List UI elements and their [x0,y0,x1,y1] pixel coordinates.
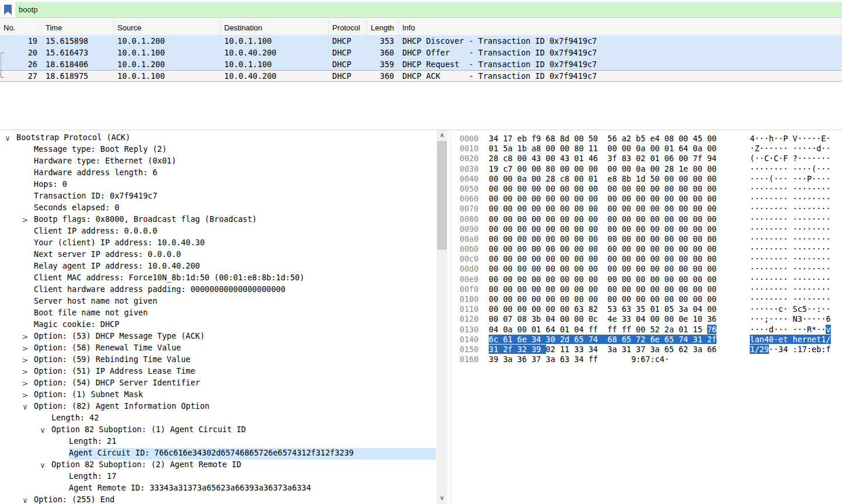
pane-splitter[interactable] [450,130,450,504]
hex-bytes[interactable]: 00 00 00 00 00 00 00 00 00 00 00 00 00 0… [489,294,716,304]
hex-bytes[interactable]: 00 00 00 00 00 00 63 82 53 63 35 01 05 3… [489,304,716,314]
column-header-no[interactable]: No. [0,20,42,35]
hex-bytes[interactable]: 00 00 00 00 00 00 00 00 00 00 00 00 00 0… [489,234,716,244]
packet-row[interactable]: 2015.61647310.0.1.10010.0.40.200DHCP360D… [0,47,842,58]
detail-tree-row[interactable]: ∨Option 82 Suboption: (1) Agent Circuit … [0,425,436,436]
detail-tree-row[interactable]: Agent Remote ID: 33343a31373a65623a66393… [0,483,436,495]
hex-line[interactable]: 006000 00 00 00 00 00 00 00 00 00 00 00 … [453,194,842,204]
hex-ascii[interactable]: ·Z······ ·····d·· [750,144,830,154]
hex-line[interactable]: 004000 00 0a 00 28 c8 00 01 e8 8b 1d 50 … [453,174,842,184]
hex-bytes[interactable]: 00 00 00 00 00 00 00 00 00 00 00 00 00 0… [489,194,716,204]
detail-tree-row[interactable]: Message type: Boot Reply (2) [0,144,436,156]
hex-bytes[interactable]: 00 07 08 3b 04 00 00 0c 4e 33 04 00 00 0… [489,314,716,324]
hex-bytes[interactable]: 39 3a 36 37 3a 63 34 ff [489,354,598,364]
detail-tree-row[interactable]: Hardware type: Ethernet (0x01) [0,156,436,168]
hex-line[interactable]: 00b000 00 00 00 00 00 00 00 00 00 00 00 … [453,244,842,254]
hex-line[interactable]: 009000 00 00 00 00 00 00 00 00 00 00 00 … [453,224,842,234]
hex-ascii[interactable]: 1/29··34 :17:eb:f [750,345,830,354]
hex-ascii[interactable]: ········ ········ [750,204,830,214]
chevron-down-icon[interactable]: ∨ [37,460,48,471]
detail-tree-row[interactable]: >Option: (1) Subnet Mask [0,390,436,401]
hex-ascii[interactable]: 9:67:c4· [631,354,674,364]
chevron-right-icon[interactable]: > [20,366,30,378]
chevron-right-icon[interactable]: > [20,390,30,401]
detail-scrollbar[interactable]: ∧ ∨ [437,130,447,504]
hex-bytes[interactable]: 00 00 00 00 00 00 00 00 00 00 00 00 00 0… [489,204,716,214]
hex-bytes[interactable]: 00 00 0a 00 28 c8 00 01 e8 8b 1d 50 00 0… [489,174,716,184]
hex-line[interactable]: 001001 5a 1b a8 00 00 80 11 00 00 0a 00 … [453,144,842,154]
hex-ascii[interactable]: ········ ········ [750,194,830,204]
hex-line[interactable]: 012000 07 08 3b 04 00 00 0c 4e 33 04 00 … [453,314,842,324]
detail-tree-row[interactable]: Seconds elapsed: 0 [0,203,436,214]
hex-bytes[interactable]: 00 00 00 00 00 00 00 00 00 00 00 00 00 0… [489,254,716,264]
chevron-down-icon[interactable]: ∨ [2,133,13,144]
hex-ascii[interactable]: 4···h··P V·····E· [750,134,830,144]
hex-ascii[interactable]: ······c· Sc5··:·· [750,304,830,314]
hex-line[interactable]: 007000 00 00 00 00 00 00 00 00 00 00 00 … [453,204,842,214]
chevron-down-icon[interactable]: ∨ [20,495,30,504]
scroll-down-icon[interactable]: ∨ [437,493,447,503]
hex-bytes[interactable]: 00 00 00 00 00 00 00 00 00 00 00 00 00 0… [489,184,716,194]
detail-tree-row[interactable]: Client MAC address: Force10N_8b:1d:50 (0… [0,273,436,284]
detail-tree-row[interactable]: >Bootp flags: 0x8000, Broadcast flag (Br… [0,214,436,226]
chevron-down-icon[interactable]: ∨ [20,401,30,413]
hex-bytes[interactable]: 00 00 00 00 00 00 00 00 00 00 00 00 00 0… [489,224,716,234]
hex-bytes[interactable]: 00 00 00 00 00 00 00 00 00 00 00 00 00 0… [489,284,716,294]
hex-ascii[interactable]: ········ ········ [750,284,830,294]
hex-bytes[interactable]: 00 00 00 00 00 00 00 00 00 00 00 00 00 0… [489,214,716,224]
hex-ascii[interactable]: ········ ····(··· [750,164,830,174]
hex-bytes[interactable]: 00 00 00 00 00 00 00 00 00 00 00 00 00 0… [489,264,716,274]
detail-tree-row[interactable]: ∨Option: (82) Agent Information Option [0,401,436,413]
detail-tree-row[interactable]: Length: 42 [0,413,436,425]
column-header-length[interactable]: Length [367,20,399,35]
column-header-source[interactable]: Source [114,20,221,35]
detail-tree-row[interactable]: >Option: (54) DHCP Server Identifier [0,378,436,390]
hex-ascii[interactable]: ········ ········ [750,234,830,244]
hex-line[interactable]: 008000 00 00 00 00 00 00 00 00 00 00 00 … [453,214,842,224]
chevron-right-icon[interactable]: > [20,378,30,390]
packet-row[interactable]: 1915.61589810.0.1.20010.0.1.100DHCP353DH… [0,35,842,47]
hex-ascii[interactable]: ········ ········ [750,294,830,304]
hex-line[interactable]: 000034 17 eb f9 68 8d 00 50 56 a2 b5 e4 … [453,134,842,144]
chevron-right-icon[interactable]: > [20,354,30,366]
hex-line[interactable]: 005000 00 00 00 00 00 00 00 00 00 00 00 … [453,184,842,194]
hex-ascii[interactable]: ········ ········ [750,224,830,234]
hex-line[interactable]: 013004 0a 00 01 64 01 04 ff ff ff 00 52 … [453,325,842,335]
detail-tree-row[interactable]: ∨Bootstrap Protocol (ACK) [0,133,436,144]
hex-ascii[interactable]: ···;···· N3·····6 [750,314,830,324]
hex-line[interactable]: 002028 c8 00 43 00 43 01 46 3f 83 02 01 … [453,154,842,164]
column-header-time[interactable]: Time [42,20,114,35]
column-header-info[interactable]: Info [399,20,842,35]
column-header-protocol[interactable]: Protocol [329,20,367,35]
hex-bytes[interactable]: 31 2f 32 39 02 11 33 34 3a 31 37 3a 65 6… [489,345,716,354]
detail-tree-row[interactable]: Length: 21 [0,436,436,448]
detail-tree-row[interactable]: Your (client) IP address: 10.0.40.30 [0,238,436,249]
detail-tree-row[interactable]: Client IP address: 0.0.0.0 [0,226,436,238]
detail-tree-row[interactable]: Client hardware address padding: 0000000… [0,284,436,296]
detail-tree-row[interactable]: Magic cookie: DHCP [0,319,436,331]
detail-tree-row[interactable]: Relay agent IP address: 10.0.40.200 [0,261,436,273]
packet-row[interactable]: 2618.61840610.0.1.20010.0.1.100DHCP359DH… [0,58,842,70]
detail-tree-row[interactable]: Hops: 0 [0,179,436,191]
column-header-destination[interactable]: Destination [221,20,329,35]
scroll-up-icon[interactable]: ∧ [437,131,447,141]
detail-tree-row[interactable]: >Option: (53) DHCP Message Type (ACK) [0,331,436,343]
detail-tree-row[interactable]: >Option: (58) Renewal Time Value [0,343,436,354]
detail-tree-row[interactable]: Transaction ID: 0x7f9419c7 [0,191,436,203]
detail-tree-row[interactable]: Next server IP address: 0.0.0.0 [0,249,436,261]
hex-ascii[interactable]: ········ ········ [750,184,830,194]
detail-tree-row[interactable]: >Option: (59) Rebinding Time Value [0,354,436,366]
chevron-right-icon[interactable]: > [20,331,30,343]
hex-ascii[interactable]: lan40-et hernet1/ [750,335,830,345]
detail-tree-row[interactable]: >Option: (51) IP Address Lease Time [0,366,436,378]
hex-bytes[interactable]: 04 0a 00 01 64 01 04 ff ff ff 00 52 2a 0… [489,325,716,335]
hex-ascii[interactable]: ····(··· ···P···· [750,174,830,184]
hex-line[interactable]: 016039 3a 36 37 3a 63 34 ff9:67:c4· [453,354,842,364]
hex-ascii[interactable]: ····d··· ···R*··v [750,325,830,335]
chevron-right-icon[interactable]: > [20,343,30,354]
hex-bytes[interactable]: 6c 61 6e 34 30 2d 65 74 68 65 72 6e 65 7… [489,335,716,345]
hex-bytes[interactable]: 28 c8 00 43 00 43 01 46 3f 83 02 01 06 0… [489,154,716,164]
detail-scrollbar-thumb[interactable] [437,141,447,249]
filter-bookmark-icon[interactable] [4,5,12,15]
detail-tree-row[interactable]: Hardware address length: 6 [0,168,436,179]
